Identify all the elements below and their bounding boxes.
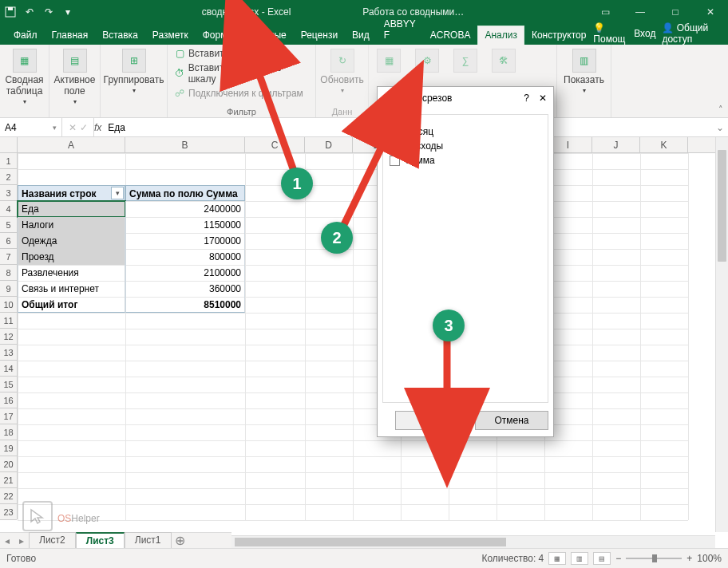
redo-icon[interactable]: ↷ [42, 5, 56, 19]
vertical-scrollbar[interactable] [715, 137, 728, 532]
vscroll-thumb[interactable] [718, 150, 726, 262]
active-field-button[interactable]: ▤Активное поле▾ [54, 47, 95, 107]
cell[interactable]: 360000 [125, 281, 245, 297]
row-header-17[interactable]: 17 [0, 408, 17, 424]
show-button[interactable]: ▥Показать▾ [562, 47, 606, 96]
expand-formula-icon[interactable]: ⌄ [712, 122, 728, 133]
tab-file[interactable]: Файл [6, 26, 45, 45]
view-break-button[interactable]: ▤ [593, 552, 611, 565]
zoom-control[interactable]: − + 100% [615, 553, 722, 564]
row-header-14[interactable]: 14 [0, 361, 17, 377]
checkbox-icon[interactable] [390, 156, 400, 166]
share-button[interactable]: 👤 Общий доступ [662, 22, 720, 45]
pivot-table-button[interactable]: ▦Сводная таблица▾ [5, 47, 44, 107]
cell[interactable]: Общий итог [18, 297, 125, 313]
cell[interactable]: 8510000 [125, 297, 245, 313]
zoom-out-button[interactable]: − [615, 553, 621, 564]
row-headers[interactable]: 1234567891011121314151617181920212223 [0, 153, 18, 519]
undo-icon[interactable]: ↶ [22, 5, 37, 19]
new-sheet-button[interactable]: ⊕ [172, 533, 189, 548]
row-header-2[interactable]: 2 [0, 169, 17, 185]
row-header-3[interactable]: 3 [0, 185, 17, 201]
tab-design[interactable]: Конструктор [524, 26, 593, 45]
view-page-button[interactable]: ▥ [571, 552, 588, 565]
spreadsheet-grid[interactable]: ABCDEFGHIJK 1234567891011121314151617181… [0, 137, 728, 532]
slicer-option[interactable]: Месяц [390, 126, 541, 137]
row-header-18[interactable]: 18 [0, 424, 17, 440]
tab-data[interactable]: Данные [244, 26, 293, 45]
actions-button[interactable]: ⚙ [412, 47, 442, 74]
row-header-16[interactable]: 16 [0, 392, 17, 408]
row-header-7[interactable]: 7 [0, 249, 17, 265]
dialog-ok-button[interactable]: OK [395, 411, 469, 430]
sheet-tab[interactable]: Лист1 [125, 532, 172, 549]
sheet-tab[interactable]: Лист2 [29, 532, 76, 549]
slicer-option[interactable]: Расходы [390, 140, 541, 152]
column-headers[interactable]: ABCDEFGHIJK [18, 137, 715, 153]
hscroll-thumb[interactable] [235, 538, 506, 546]
col-header-K[interactable]: K [640, 137, 688, 152]
row-header-6[interactable]: 6 [0, 233, 17, 249]
cell[interactable]: Развлечения [18, 265, 125, 281]
tab-home[interactable]: Главная [45, 26, 96, 45]
ribbon-display-icon[interactable]: ▭ [588, 0, 623, 23]
col-header-B[interactable]: B [125, 137, 245, 152]
cell[interactable]: Налоги [18, 217, 125, 233]
tab-nav-next[interactable]: ▸ [14, 535, 29, 546]
cell[interactable]: 2100000 [125, 265, 245, 281]
row-header-9[interactable]: 9 [0, 281, 17, 297]
tab-insert[interactable]: Вставка [95, 26, 145, 45]
calculations-button[interactable]: ∑ [450, 47, 481, 74]
tab-review[interactable]: Рецензи [294, 26, 345, 45]
login-button[interactable]: Вход [634, 28, 655, 39]
zoom-in-button[interactable]: + [686, 553, 692, 564]
view-normal-button[interactable]: ▦ [548, 552, 566, 565]
col-header-J[interactable]: J [592, 137, 640, 152]
checkbox-icon[interactable] [390, 141, 400, 152]
horizontal-scrollbar[interactable] [231, 535, 715, 548]
dialog-close-button[interactable]: ✕ [539, 93, 547, 104]
cell[interactable]: Связь и интернет [18, 281, 125, 297]
row-header-1[interactable]: 1 [0, 153, 17, 169]
pivot-filter-dropdown[interactable]: ▾ [111, 187, 124, 199]
row-header-23[interactable]: 23 [0, 504, 17, 520]
maximize-button[interactable]: □ [658, 0, 693, 23]
filter-connections-button[interactable]: ☍Подключения к фильтрам [172, 87, 311, 100]
zoom-slider[interactable] [626, 558, 682, 559]
row-header-15[interactable]: 15 [0, 377, 17, 392]
cell[interactable]: 1150000 [125, 217, 245, 233]
cell[interactable]: 800000 [125, 249, 245, 265]
row-header-22[interactable]: 22 [0, 488, 17, 504]
refresh-button[interactable]: ↻Обновить▾ [321, 47, 363, 96]
row-header-4[interactable]: 4 [0, 201, 17, 217]
close-button[interactable]: ✕ [693, 0, 728, 23]
col-header-D[interactable]: D [305, 137, 353, 152]
col-header-A[interactable]: A [18, 137, 125, 152]
tab-abbyy[interactable]: ABBYY F [377, 14, 423, 45]
cell[interactable]: Проезд [18, 249, 125, 265]
tab-formulas[interactable]: Формул [196, 26, 245, 45]
cell[interactable]: Названия строк [18, 185, 125, 201]
row-header-13[interactable]: 13 [0, 345, 17, 361]
group-button[interactable]: ⊞Группировать▾ [105, 47, 162, 96]
slicer-option[interactable]: Сумма [390, 155, 541, 166]
tab-analyze[interactable]: Анализ [477, 26, 524, 45]
tab-layout[interactable]: Разметк [145, 26, 196, 45]
cell[interactable]: 1700000 [125, 233, 245, 249]
sheet-tab[interactable]: Лист3 [76, 532, 125, 549]
tab-acrobat[interactable]: ACROBA [423, 26, 478, 45]
cells-area[interactable]: Названия строкСумма по полю Сумма▾Еда240… [18, 153, 715, 519]
cell[interactable]: Еда [18, 201, 125, 217]
row-header-8[interactable]: 8 [0, 265, 17, 281]
dialog-titlebar[interactable]: Вставка срезов ? ✕ [378, 87, 553, 109]
row-header-21[interactable]: 21 [0, 472, 17, 488]
help-button[interactable]: 💡 Помощ [593, 22, 627, 45]
row-header-20[interactable]: 20 [0, 456, 17, 472]
tab-view[interactable]: Вид [345, 26, 377, 45]
row-header-5[interactable]: 5 [0, 217, 17, 233]
insert-timeline-button[interactable]: ⏱Вставить временную шкалу [172, 61, 311, 85]
tools-button[interactable]: 🛠 [489, 47, 519, 74]
row-header-11[interactable]: 11 [0, 313, 17, 329]
cell[interactable]: Одежда [18, 233, 125, 249]
change-source-button[interactable]: ▦ [374, 47, 404, 74]
